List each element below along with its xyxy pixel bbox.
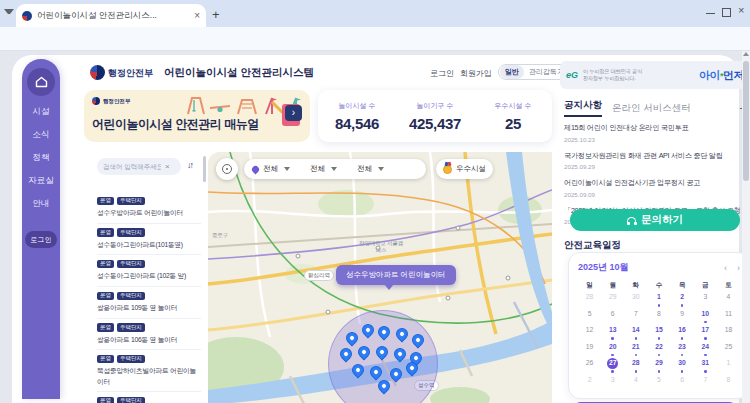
chevron-down-icon[interactable]: [331, 167, 337, 171]
filter-type[interactable]: 전체: [310, 164, 325, 174]
window-close-button[interactable]: ×: [738, 4, 744, 16]
facility-list-item[interactable]: 운영주택단지: [97, 392, 201, 403]
event-dot-icon: [635, 354, 638, 357]
chevron-down-icon[interactable]: [378, 167, 384, 171]
contact-button[interactable]: 문의하기: [570, 209, 740, 231]
chevron-down-icon[interactable]: [284, 167, 290, 171]
search-input[interactable]: [103, 163, 161, 170]
sort-icon[interactable]: ↓↑: [187, 160, 192, 170]
scrollbar-thumb[interactable]: [743, 61, 749, 181]
sidebar-item-1[interactable]: 소식: [22, 129, 60, 141]
filter-status[interactable]: 전체: [357, 164, 372, 174]
calendar-day[interactable]: 6: [671, 375, 694, 392]
calendar-day[interactable]: 30: [671, 358, 694, 375]
calendar-day[interactable]: 13: [601, 325, 624, 342]
calendar-day[interactable]: 4: [717, 292, 740, 309]
facility-list-item[interactable]: 운영주택단지성수동아그린아파트 (102동 앞): [97, 255, 201, 287]
my-location-button[interactable]: [216, 158, 238, 180]
calendar-day[interactable]: 7: [694, 375, 717, 392]
facility-list-item[interactable]: 운영주택단지성수우방아파트 어린이놀이터: [97, 192, 201, 224]
sidebar-home-button[interactable]: [27, 68, 55, 96]
calendar-day[interactable]: 5: [578, 309, 601, 326]
sidebar-item-3[interactable]: 자료실: [22, 175, 60, 187]
calendar-day[interactable]: 18: [717, 325, 740, 342]
calendar-day[interactable]: 2: [578, 375, 601, 392]
panel-scrollbar[interactable]: [203, 156, 206, 182]
calendar-day[interactable]: 2: [671, 292, 694, 309]
site-title[interactable]: 어린이놀이시설 안전관리시스템: [164, 66, 314, 80]
map-canvas[interactable]: 종로구 한양대학교 서울캠퍼스 왕십리역 성수역 성수우방아파트 어린이놀이터 …: [208, 152, 552, 403]
calendar-day[interactable]: 16: [671, 325, 694, 342]
sidebar-login-button[interactable]: 로그인: [25, 231, 57, 248]
notice-item[interactable]: 국가정보자원관리원 화재 관련 API 서비스 중단 알림2025.09.29: [564, 148, 746, 176]
calendar-day[interactable]: 17: [694, 325, 717, 342]
notice-item[interactable]: 어린이놀이시설 안전검사기관 업무정지 공고2025.09.09: [564, 175, 746, 203]
calendar-day[interactable]: 3: [694, 292, 717, 309]
tab-notice[interactable]: 공지사항: [564, 99, 602, 117]
tab-close-icon[interactable]: ×: [194, 11, 200, 21]
notice-item[interactable]: 제15회 어린이 안전대상 온라인 국민투표2025.10.23: [564, 120, 746, 148]
calendar-day[interactable]: 27: [601, 358, 624, 375]
calendar-day[interactable]: 12: [578, 325, 601, 342]
calendar-day[interactable]: 4: [624, 375, 647, 392]
clear-search-icon[interactable]: ×: [165, 162, 170, 171]
calendar-day[interactable]: 19: [578, 342, 601, 359]
calendar-day-number: 20: [607, 342, 618, 353]
calendar-day[interactable]: 3: [601, 375, 624, 392]
tab-online-service[interactable]: 온라인 서비스센터: [612, 102, 691, 115]
calendar-day[interactable]: 31: [694, 358, 717, 375]
page-scrollbar[interactable]: [742, 51, 750, 403]
login-link[interactable]: 로그인: [430, 68, 454, 79]
sidebar-item-2[interactable]: 정책: [22, 152, 60, 164]
facility-name: 성수동아그린아파트 (102동 앞): [97, 271, 201, 281]
browser-tab[interactable]: 어린이놀이시설 안전관리시스... ×: [16, 4, 206, 27]
calendar-day[interactable]: 6: [601, 309, 624, 326]
facility-list-item[interactable]: 운영주택단지쌍용아파트 106동 옆 놀이터: [97, 319, 201, 351]
calendar-day[interactable]: 22: [647, 342, 670, 359]
excellent-facility-toggle[interactable]: 우수시설: [436, 159, 493, 179]
browser-toolbar: ← → ↻ cpf.go.kr/cpf/ ⚿ ☆ ◳ ⭳ ⋮: [0, 27, 750, 51]
search-box[interactable]: ×: [97, 158, 181, 175]
tab-search-icon[interactable]: [4, 9, 14, 19]
calendar-day[interactable]: 23: [671, 342, 694, 359]
facility-list-item[interactable]: 운영주택단지쌍용아파트 109동 옆 놀이터: [97, 287, 201, 319]
calendar-day[interactable]: 29: [601, 292, 624, 309]
facility-list-item[interactable]: 운영주택단지성수동아그린아파트(101동옆): [97, 224, 201, 256]
sidebar-item-0[interactable]: 시설: [22, 106, 60, 118]
filter-district[interactable]: 전체: [263, 164, 278, 174]
signup-link[interactable]: 회원가입: [460, 68, 492, 79]
scroll-up-arrow-icon[interactable]: [743, 52, 749, 56]
calendar-day[interactable]: 29: [647, 358, 670, 375]
calendar-day[interactable]: 8: [717, 375, 740, 392]
notice-date: 2025.09.29: [564, 163, 746, 170]
calendar-day[interactable]: 24: [694, 342, 717, 359]
calendar-next-icon[interactable]: ›: [737, 263, 740, 273]
toggle-general[interactable]: 일반: [500, 65, 524, 79]
calendar-day[interactable]: 30: [624, 292, 647, 309]
calendar-day[interactable]: 7: [624, 309, 647, 326]
calendar-day[interactable]: 1: [717, 358, 740, 375]
window-minimize-button[interactable]: [706, 8, 715, 14]
calendar-day[interactable]: 28: [624, 358, 647, 375]
facility-badges: 운영주택단지: [97, 397, 201, 403]
calendar-day[interactable]: 9: [671, 309, 694, 326]
calendar-day[interactable]: 20: [601, 342, 624, 359]
calendar-day[interactable]: 8: [647, 309, 670, 326]
calendar-day[interactable]: 14: [624, 325, 647, 342]
calendar-prev-icon[interactable]: ‹: [724, 263, 727, 273]
banner-arrow-button[interactable]: ›: [285, 105, 302, 121]
window-maximize-button[interactable]: [722, 8, 731, 17]
calendar-day[interactable]: 25: [717, 342, 740, 359]
calendar-day[interactable]: 5: [647, 375, 670, 392]
calendar-day[interactable]: 28: [578, 292, 601, 309]
sidebar-item-4[interactable]: 안내: [22, 198, 60, 210]
calendar-day[interactable]: 21: [624, 342, 647, 359]
calendar-day[interactable]: 15: [647, 325, 670, 342]
manual-banner[interactable]: 행정안전부 어린이놀이시설 안전관리 매뉴얼: [84, 90, 310, 142]
calendar-day[interactable]: 1: [647, 292, 670, 309]
calendar-day[interactable]: 26: [578, 358, 601, 375]
calendar-day[interactable]: 10: [694, 309, 717, 326]
facility-list-item[interactable]: 운영주택단지뚝섬중앙하이츠빌아파트 어린이놀이터: [97, 350, 201, 392]
calendar-day[interactable]: 11: [717, 309, 740, 326]
new-tab-button[interactable]: +: [212, 7, 220, 22]
